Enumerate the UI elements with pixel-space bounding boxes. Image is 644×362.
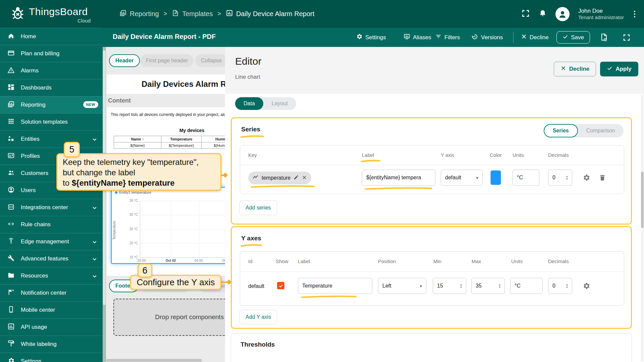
devices-table[interactable]: Name ↑ Temperature Humidity ${Name} ${Te… bbox=[114, 136, 225, 149]
stepper-arrows-icon[interactable]: ▴▾ bbox=[499, 283, 500, 289]
report-header-block[interactable]: Daily Devices Alarm Re bbox=[107, 74, 225, 94]
decline-label: Decline bbox=[530, 34, 549, 41]
series-decimals-input[interactable]: 0▴▾ bbox=[548, 170, 572, 186]
y-tick: 35 °C bbox=[118, 199, 138, 202]
more-menu-icon[interactable] bbox=[633, 9, 637, 19]
tab-header[interactable]: Header bbox=[109, 54, 140, 67]
notifications-bell-icon[interactable] bbox=[539, 9, 547, 19]
report-toolbar: Daily Device Alarm Report - PDF Settings… bbox=[103, 28, 644, 47]
editor-scrollbar-thumb[interactable] bbox=[641, 172, 644, 228]
series-key-chip[interactable]: temperature bbox=[248, 172, 311, 184]
column-key: Key bbox=[248, 152, 257, 158]
breadcrumb-current[interactable]: Daily Device Alarm Report bbox=[226, 9, 314, 18]
devices-table-title: My devices bbox=[158, 128, 225, 133]
y-axis-units-input[interactable]: °C bbox=[510, 278, 543, 294]
versions-button[interactable]: Versions bbox=[471, 28, 503, 47]
sidebar-item-rule-chains[interactable]: Rule chains bbox=[0, 216, 103, 233]
legend-label: Entity1 temperature bbox=[119, 190, 151, 194]
editor-decline-button[interactable]: Decline bbox=[554, 62, 596, 76]
column-decimals: Decimals bbox=[548, 258, 569, 264]
sidebar-scrollbar[interactable] bbox=[103, 47, 106, 362]
y-axis-settings-gear-icon[interactable] bbox=[582, 282, 590, 291]
sidebar-item-reporting[interactable]: ReportingNEW bbox=[0, 96, 103, 113]
preview-document-icon[interactable] bbox=[600, 33, 608, 43]
report-dropzone[interactable]: Drop report components from here bbox=[113, 299, 225, 336]
breadcrumb-templates[interactable]: Templates bbox=[172, 9, 213, 18]
sidebar-item-api-usage[interactable]: API usage bbox=[0, 318, 103, 336]
series-heading: Series bbox=[241, 126, 260, 133]
editor-header: Editor Line chart Decline Apply bbox=[225, 47, 644, 94]
add-y-axis-button[interactable]: Add Y axis bbox=[239, 310, 277, 324]
sidebar-item-dashboards[interactable]: Dashboards bbox=[0, 79, 103, 96]
sidebar-item-settings[interactable]: Settings bbox=[0, 353, 103, 362]
y-axis-decimals-input[interactable]: 0▴▾ bbox=[548, 278, 572, 294]
column-min: Min bbox=[433, 258, 441, 264]
y-axis-label-input[interactable]: Temperature bbox=[298, 278, 372, 294]
y-axis-min-input[interactable]: 15▴▾ bbox=[433, 278, 466, 294]
tab-collapse[interactable]: Collapse bbox=[195, 54, 225, 67]
fullscreen-icon[interactable] bbox=[521, 9, 530, 19]
series-delete-trash-icon[interactable] bbox=[598, 174, 606, 183]
y-axis-show-checkbox[interactable] bbox=[277, 282, 284, 289]
table-cell: ${Name} bbox=[114, 142, 161, 149]
y-axis-max-input[interactable]: 35▴▾ bbox=[471, 278, 505, 294]
settings-button[interactable]: Settings bbox=[356, 28, 386, 47]
stepper-arrows-icon[interactable]: ▴▾ bbox=[566, 175, 568, 180]
editor-apply-button[interactable]: Apply bbox=[600, 62, 638, 76]
tab-first-page-header[interactable]: First page header bbox=[140, 54, 194, 67]
toggle-series[interactable]: Series bbox=[544, 124, 578, 137]
line-chart-widget[interactable]: Entity1 temperature Temperature 35 °C 30… bbox=[111, 187, 225, 264]
sidebar-label: Customers bbox=[21, 170, 48, 177]
sidebar-item-entities[interactable]: Entities bbox=[0, 130, 103, 147]
sidebar-label: Alarms bbox=[21, 67, 39, 74]
sidebar-item-white-labeling[interactable]: White labeling bbox=[0, 336, 103, 353]
stepper-arrows-icon[interactable]: ▴▾ bbox=[460, 283, 462, 289]
series-card: Series Series Comparison Key Label Y axi… bbox=[231, 117, 632, 225]
highlight-underline bbox=[240, 135, 264, 138]
sidebar-item-advanced-features[interactable]: Advanced features bbox=[0, 250, 103, 267]
sidebar-item-solution-templates[interactable]: Solution templates bbox=[0, 113, 103, 130]
brand-name[interactable]: ThingsBoard bbox=[29, 6, 88, 17]
sidebar-item-notification-center[interactable]: Notification center bbox=[0, 284, 103, 301]
user-info[interactable]: John Doe Tenant administrator bbox=[578, 7, 624, 21]
remove-key-icon[interactable] bbox=[302, 175, 307, 181]
series-settings-gear-icon[interactable] bbox=[582, 174, 590, 183]
decline-button-toolbar[interactable]: Decline bbox=[521, 28, 549, 47]
units-value: °C bbox=[517, 175, 523, 181]
min-value: 15 bbox=[437, 283, 443, 289]
sidebar-item-alarms[interactable]: Alarms bbox=[0, 62, 103, 79]
expand-fullscreen-icon[interactable] bbox=[623, 34, 631, 43]
avatar[interactable] bbox=[555, 7, 570, 21]
filters-button[interactable]: Filters bbox=[435, 28, 460, 47]
edit-pencil-icon[interactable] bbox=[293, 175, 299, 181]
stepper-arrows-icon[interactable]: ▴▾ bbox=[566, 283, 568, 289]
aliases-button[interactable]: Aliases bbox=[404, 28, 431, 47]
tab-layout[interactable]: Layout bbox=[263, 97, 296, 110]
preview-horizontal-scrollbar[interactable] bbox=[106, 359, 202, 362]
toggle-comparison[interactable]: Comparison bbox=[578, 124, 624, 137]
sidebar-item-integrations-center[interactable]: Integrations center bbox=[0, 199, 103, 216]
thresholds-card: Thresholds bbox=[231, 333, 632, 362]
sidebar-item-resources[interactable]: Resources bbox=[0, 267, 103, 284]
series-units-input[interactable]: °C bbox=[513, 170, 539, 186]
thingsboard-logo-icon[interactable] bbox=[10, 5, 25, 23]
sidebar-item-home[interactable]: Home bbox=[0, 28, 103, 45]
report-description: This report lists all devices currently … bbox=[111, 112, 225, 117]
toolbar-divider bbox=[513, 32, 514, 43]
sidebar-item-mobile-center[interactable]: Mobile center bbox=[0, 301, 103, 318]
add-series-button[interactable]: Add series bbox=[239, 200, 277, 215]
tab-data[interactable]: Data bbox=[235, 97, 263, 110]
series-color-swatch[interactable] bbox=[490, 170, 501, 185]
sidebar-item-plan-and-billing[interactable]: Plan and billing bbox=[0, 45, 103, 62]
series-y-axis-select[interactable]: default▾ bbox=[441, 170, 483, 186]
topbar-actions: John Doe Tenant administrator bbox=[521, 0, 637, 28]
editor-scrollbar-track[interactable] bbox=[641, 95, 644, 361]
breadcrumb-reporting[interactable]: Reporting bbox=[119, 9, 159, 18]
series-label-input[interactable]: ${entityName} tempera bbox=[362, 170, 435, 186]
check-icon bbox=[607, 65, 612, 73]
content-section-label: Content bbox=[108, 97, 131, 104]
sidebar-item-edge-management[interactable]: Edge management bbox=[0, 233, 103, 250]
save-button[interactable]: Save bbox=[556, 31, 590, 44]
y-axis-position-select[interactable]: Left▾ bbox=[378, 278, 426, 294]
reporting-icon bbox=[7, 101, 15, 110]
